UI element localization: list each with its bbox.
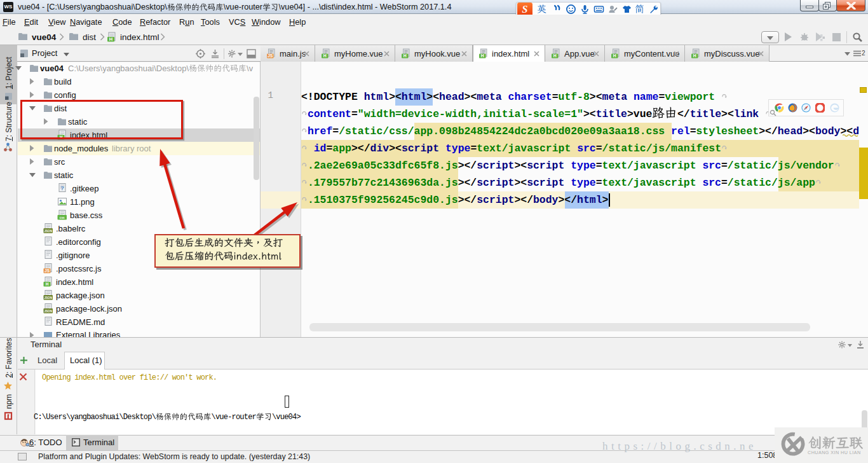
svg-text:H: H bbox=[403, 53, 407, 58]
svg-text:H: H bbox=[553, 53, 557, 58]
svg-text:H: H bbox=[109, 36, 112, 42]
svg-text:?: ? bbox=[60, 185, 64, 191]
svg-text:JS: JS bbox=[44, 268, 50, 273]
svg-text:JSON: JSON bbox=[44, 296, 52, 300]
svg-text:H: H bbox=[46, 282, 49, 286]
svg-text:JSON: JSON bbox=[44, 310, 52, 313]
svg-text:JS: JS bbox=[268, 53, 273, 58]
svg-text:H: H bbox=[613, 53, 616, 58]
svg-text:css: css bbox=[60, 216, 65, 219]
svg-text:H: H bbox=[693, 53, 696, 58]
svg-text:H: H bbox=[481, 53, 484, 58]
svg-text:H: H bbox=[323, 53, 327, 58]
svg-text:JSON: JSON bbox=[44, 230, 52, 233]
